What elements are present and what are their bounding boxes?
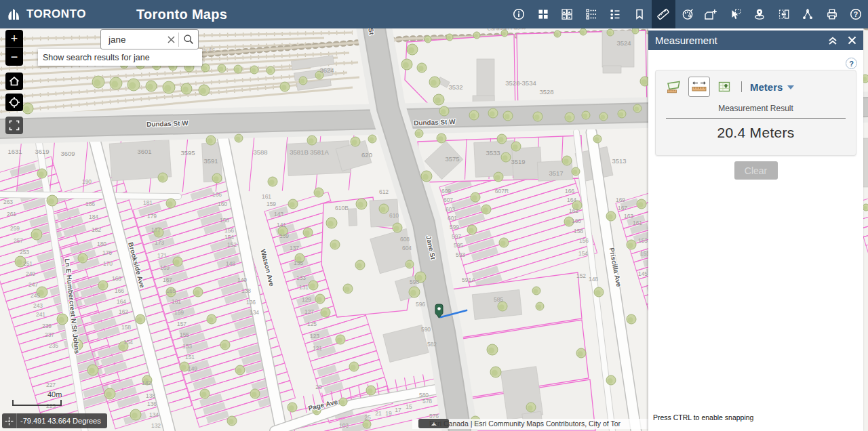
svg-text:103: 103 (339, 422, 349, 429)
svg-text:257: 257 (14, 237, 23, 244)
svg-text:261: 261 (7, 211, 16, 218)
svg-text:138: 138 (241, 287, 251, 294)
locate-button[interactable] (5, 94, 23, 111)
near-me-icon[interactable] (748, 0, 772, 28)
svg-text:129: 129 (302, 296, 311, 303)
home-button[interactable] (5, 73, 23, 90)
collapse-icon[interactable] (827, 35, 838, 45)
print-icon[interactable] (820, 0, 844, 28)
crosshair-icon[interactable] (2, 413, 17, 428)
svg-text:155: 155 (638, 237, 648, 244)
svg-text:163: 163 (624, 213, 633, 220)
svg-text:161: 161 (172, 298, 181, 305)
snapping-hint: Press CTRL to enable snapping (653, 413, 753, 422)
svg-text:599: 599 (450, 224, 459, 230)
search-input[interactable] (101, 35, 163, 45)
clear-button[interactable]: Clear (734, 161, 778, 180)
swipe-icon[interactable] (772, 0, 796, 28)
svg-text:135: 135 (294, 260, 303, 266)
svg-text:176: 176 (102, 249, 112, 256)
svg-text:143: 143 (274, 211, 283, 218)
draw-icon[interactable] (675, 0, 700, 28)
svg-text:159: 159 (174, 309, 184, 316)
svg-text:165: 165 (166, 287, 176, 294)
svg-text:19: 19 (385, 410, 392, 417)
bookmarks-icon[interactable] (627, 0, 652, 28)
zoom-in-button[interactable]: + (5, 30, 23, 47)
apps-icon[interactable] (531, 0, 555, 28)
result-value: 20.4 Meters (656, 125, 856, 141)
add-data-icon[interactable] (700, 0, 724, 28)
app-title: Toronto Maps (136, 7, 227, 22)
svg-text:253: 253 (20, 249, 29, 255)
svg-text:137: 137 (290, 245, 299, 251)
panel-help-button[interactable]: ? (846, 58, 857, 69)
svg-text:167: 167 (618, 205, 627, 211)
svg-text:121: 121 (313, 345, 322, 352)
svg-text:136: 136 (147, 401, 157, 407)
svg-text:166: 166 (115, 287, 124, 294)
search-button[interactable] (179, 30, 198, 48)
svg-text:131: 131 (299, 284, 309, 291)
svg-text:154: 154 (578, 250, 588, 257)
search-suggestion[interactable]: Show search results for jane (38, 49, 202, 66)
svg-text:134: 134 (149, 411, 159, 418)
measure-distance-button[interactable] (688, 77, 710, 97)
svg-text:123: 123 (310, 333, 319, 340)
svg-text:591A: 591A (462, 276, 475, 283)
extent-button[interactable] (5, 117, 23, 134)
toronto-logo-icon (6, 6, 22, 22)
svg-text:3619: 3619 (35, 148, 49, 155)
svg-text:3528-3534: 3528-3534 (505, 79, 536, 87)
close-icon[interactable] (848, 36, 856, 45)
svg-text:162: 162 (119, 308, 128, 315)
measure-area-button[interactable] (665, 78, 684, 96)
svg-text:3517: 3517 (549, 169, 563, 177)
svg-text:21: 21 (375, 410, 382, 417)
svg-text:186: 186 (85, 201, 95, 207)
units-dropdown[interactable]: Meters (750, 81, 794, 93)
app-header: TORONTO Toronto Maps ? (0, 0, 868, 28)
toronto-maps-app: 2632612592572532512492472452432412392372… (0, 0, 868, 431)
zoom-out-button[interactable]: − (5, 48, 23, 66)
svg-text:Dundas St W: Dundas St W (414, 118, 456, 127)
svg-text:156: 156 (579, 237, 589, 244)
measurement-card: Meters Measurement Result 20.4 Meters (655, 70, 856, 156)
legend-icon[interactable] (604, 0, 628, 28)
logo-wordmark: TORONTO (26, 7, 86, 21)
help-icon[interactable]: ? (844, 0, 868, 28)
svg-text:609: 609 (441, 188, 451, 194)
svg-text:159: 159 (267, 201, 276, 207)
share-icon[interactable] (796, 0, 821, 28)
svg-text:166: 166 (565, 188, 574, 194)
units-label: Meters (750, 81, 783, 93)
layer-list-icon[interactable] (579, 0, 604, 28)
svg-text:168: 168 (112, 275, 121, 282)
info-icon[interactable] (507, 0, 532, 28)
measurement-panel: Measurement ? Meters Measurement Result … (648, 28, 863, 431)
svg-text:604: 604 (402, 245, 412, 251)
svg-text:145: 145 (638, 270, 648, 277)
svg-text:154: 154 (224, 234, 234, 241)
svg-text:3524: 3524 (616, 39, 631, 47)
svg-text:603: 603 (446, 206, 455, 213)
svg-text:227: 227 (46, 382, 56, 388)
svg-text:136: 136 (246, 299, 256, 306)
clear-search-icon[interactable] (163, 30, 178, 48)
svg-text:152: 152 (576, 272, 586, 279)
measure-location-button[interactable] (715, 78, 734, 96)
select-icon[interactable] (724, 0, 748, 28)
svg-text:251: 251 (23, 260, 33, 267)
svg-text:177: 177 (151, 226, 161, 233)
svg-text:245: 245 (31, 292, 40, 299)
header-toolbar: ? (507, 0, 868, 28)
basemap-gallery-icon[interactable] (555, 0, 580, 28)
scale-bar: 40m (12, 390, 63, 407)
measurement-icon[interactable] (652, 0, 676, 28)
svg-text:3595: 3595 (180, 149, 195, 157)
toronto-logo: TORONTO (0, 6, 93, 22)
svg-text:3519: 3519 (511, 158, 525, 165)
svg-text:620: 620 (361, 151, 372, 159)
svg-text:243: 243 (33, 302, 43, 309)
svg-text:25: 25 (364, 414, 371, 421)
